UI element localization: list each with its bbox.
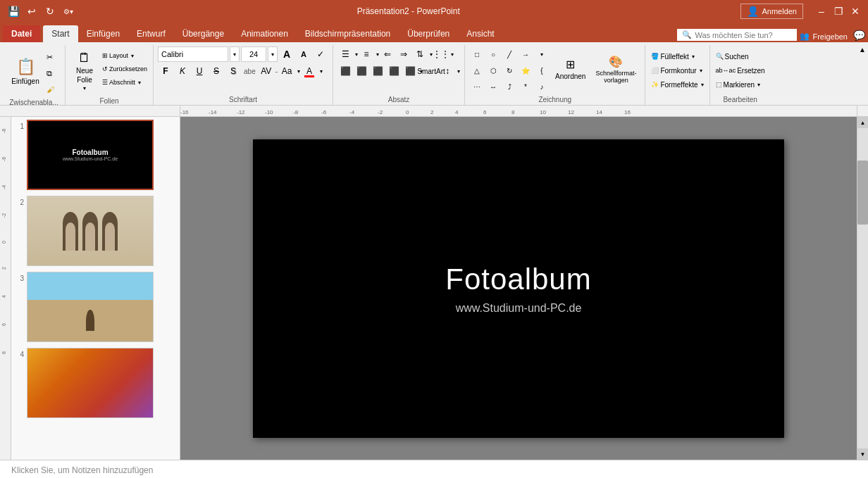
ersetzen-button[interactable]: ab↔ac Ersetzen	[714, 64, 767, 77]
slide-thumb-4[interactable]	[27, 348, 154, 418]
font-increase-button[interactable]: A	[279, 46, 294, 62]
slide-thumb-1[interactable]: Fotoalbum www.Studium-und-PC.de	[27, 120, 154, 190]
format-painter-button[interactable]: 🖌	[45, 82, 61, 97]
customize-button[interactable]: ⚙▾	[61, 4, 76, 19]
font-size-dropdown[interactable]: ▾	[268, 46, 278, 62]
close-button[interactable]: ✕	[848, 4, 862, 18]
shape-r6-button[interactable]: {	[534, 63, 550, 78]
align-center-button[interactable]: ⬛	[354, 63, 369, 79]
align-justify-button[interactable]: ⬛	[386, 63, 402, 79]
restore-button[interactable]: ❐	[831, 4, 845, 18]
anordnen-button[interactable]: ⊞ Anordnen	[551, 48, 590, 90]
shape-r10-button[interactable]: *	[518, 79, 533, 94]
markieren-button[interactable]: ⬚ Markieren ▾	[714, 78, 767, 91]
bold-button[interactable]: F	[158, 63, 173, 79]
shape-r5-button[interactable]: ⭐	[518, 63, 533, 78]
search-icon: 🔍	[682, 30, 692, 39]
market-bg	[27, 348, 153, 417]
tab-animationen[interactable]: Animationen	[232, 25, 297, 42]
columns-button[interactable]: ⋮⋮	[433, 46, 449, 62]
save-button[interactable]: 💾	[6, 4, 21, 19]
increase-indent-button[interactable]: ⇒	[396, 46, 411, 62]
font-name-dropdown[interactable]: ▾	[230, 46, 240, 62]
tab-ueberpruefen[interactable]: Überprüfen	[399, 25, 458, 42]
shape-r7-button[interactable]: ⋯	[469, 79, 485, 94]
suchen-button[interactable]: 🔍 Suchen	[714, 50, 767, 63]
tab-uebergaenge[interactable]: Übergänge	[174, 25, 232, 42]
align-left-button[interactable]: ⬛	[337, 63, 353, 79]
minimize-button[interactable]: –	[814, 4, 829, 18]
numbered-list-button[interactable]: ≡	[359, 46, 374, 62]
zuruecksetzen-button[interactable]: ↺ Zurücksetzen	[101, 63, 149, 75]
slide-item-3[interactable]: 3	[14, 272, 177, 342]
layout-button[interactable]: ⊞ Layout ▾	[101, 49, 149, 62]
shape-arrow-button[interactable]: →	[518, 46, 533, 62]
shape-r9-button[interactable]: ⤴	[502, 79, 517, 94]
shape-r2-button[interactable]: △	[469, 63, 485, 78]
tab-entwurf[interactable]: Entwurf	[128, 25, 174, 42]
shape-r3-button[interactable]: ⬡	[485, 63, 501, 78]
neue-folie-button[interactable]: 🗒 Neue Folie ▾	[70, 46, 99, 96]
ribbon-expand-button[interactable]: ▲	[857, 42, 868, 56]
canvas-area[interactable]: Fotoalbum www.Studium-und-PC.de	[180, 117, 857, 460]
decrease-indent-button[interactable]: ⇐	[380, 46, 395, 62]
font-size-input[interactable]	[241, 46, 266, 62]
tab-start[interactable]: Start	[43, 25, 78, 42]
shape-r11-button[interactable]: ♪	[534, 79, 550, 94]
font-decrease-button[interactable]: A	[296, 46, 311, 62]
clear-format-button[interactable]: ✓	[313, 46, 328, 62]
shadow-button[interactable]: S	[225, 63, 241, 79]
tab-praesentation[interactable]: Bildschirmpräsentation	[297, 25, 399, 42]
text-direction-button[interactable]: ⇅	[412, 46, 428, 62]
italic-button[interactable]: K	[175, 63, 190, 79]
arch-1	[63, 212, 78, 251]
redo-button[interactable]: ↻	[42, 4, 58, 19]
einfuegen-button[interactable]: 📋 Einfügen	[7, 46, 44, 96]
shape-line-button[interactable]: ╱	[502, 46, 517, 62]
freigeben-button[interactable]: 👥 Freigeben	[800, 32, 848, 41]
align-right-button[interactable]: ⬛	[370, 63, 385, 79]
scroll-thumb[interactable]	[857, 161, 868, 225]
comment-button[interactable]: 💬	[853, 30, 865, 41]
formkontur-button[interactable]: ⬜ Formkontur ▾	[650, 64, 705, 77]
slide-item-1[interactable]: 1 Fotoalbum www.Studium-und-PC.de	[14, 120, 177, 190]
tab-ansicht[interactable]: Ansicht	[458, 25, 502, 42]
char-spacing-button[interactable]: AV	[259, 63, 274, 79]
shape-r4-button[interactable]: ↻	[502, 63, 517, 78]
slide-thumb-2[interactable]	[27, 196, 154, 266]
font-color-button[interactable]: A	[302, 63, 317, 79]
scroll-down-button[interactable]: ▼	[857, 448, 869, 460]
vertical-scrollbar[interactable]: ▲ ▼	[857, 117, 868, 460]
formeffekte-button[interactable]: ✨ Formeffekte ▾	[650, 78, 705, 91]
scroll-up-button[interactable]: ▲	[857, 117, 869, 128]
scroll-track[interactable]	[857, 128, 868, 448]
bullet-list-button[interactable]: ☰	[337, 46, 353, 62]
smartart-button[interactable]: SmartArt	[423, 63, 439, 79]
shape-more-button[interactable]: ▾	[534, 46, 550, 62]
underline-button[interactable]: U	[192, 63, 207, 79]
strikethrough-button[interactable]: S	[209, 63, 224, 79]
notes-bar[interactable]: Klicken Sie, um Notizen hinzuzufügen	[0, 460, 868, 478]
shape-r8-button[interactable]: ↔	[485, 79, 501, 94]
tab-einfuegen[interactable]: Einfügen	[78, 25, 128, 42]
font-name-input[interactable]	[158, 46, 228, 62]
slide-thumb-3[interactable]	[27, 272, 154, 342]
schnellformat-button[interactable]: 🎨 Schnellformat- vorlagen	[591, 48, 640, 90]
change-case-button[interactable]: Aa	[279, 63, 294, 79]
text-align-button[interactable]: ⬛	[402, 63, 418, 79]
tab-datei[interactable]: Datei	[3, 25, 40, 42]
main-slide[interactable]: Fotoalbum www.Studium-und-PC.de	[253, 139, 784, 438]
abschnitt-button[interactable]: ☰ Abschnitt ▾	[101, 76, 149, 89]
fuelleeffekt-button[interactable]: 🪣 Fülleffekt ▾	[650, 50, 705, 63]
shape-oval-button[interactable]: ○	[485, 46, 501, 62]
undo-button[interactable]: ↩	[24, 4, 39, 19]
shape-rect-button[interactable]: □	[469, 46, 485, 62]
slide-item-2[interactable]: 2	[14, 196, 177, 266]
cut-button[interactable]: ✂	[45, 49, 61, 65]
line-spacing-button[interactable]: ↕	[440, 63, 455, 79]
slide-item-4[interactable]: 4	[14, 348, 177, 418]
search-box[interactable]: 🔍	[677, 29, 797, 41]
copy-button[interactable]: ⧉	[45, 65, 61, 81]
anmelden-button[interactable]: 👤 Anmelden	[740, 4, 803, 19]
search-input[interactable]	[695, 31, 786, 39]
